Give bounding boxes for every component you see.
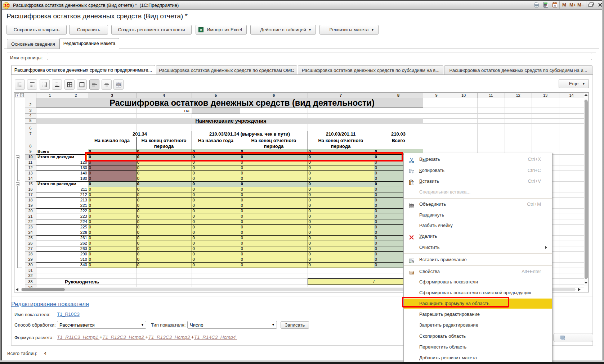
svg-text:На конец отчетного: На конец отчетного — [251, 138, 296, 143]
svg-text:3: 3 — [29, 108, 31, 113]
svg-text:0: 0 — [89, 219, 91, 224]
svg-text:210.03/201.11: 210.03/201.11 — [326, 131, 355, 137]
svg-text:0: 0 — [89, 171, 91, 175]
svg-text:10: 10 — [28, 155, 32, 159]
svg-text:22: 22 — [28, 219, 32, 224]
svg-text:0: 0 — [89, 214, 91, 218]
svg-text:5: 5 — [215, 93, 217, 97]
svg-text:0: 0 — [309, 214, 311, 218]
svg-text:16: 16 — [28, 187, 32, 191]
svg-text:4: 4 — [29, 113, 31, 118]
svg-text:0: 0 — [137, 203, 139, 208]
svg-text:0: 0 — [241, 209, 243, 213]
svg-text:0: 0 — [137, 214, 139, 218]
svg-text:Всего: Всего — [392, 138, 405, 143]
svg-text:0: 0 — [241, 230, 243, 235]
svg-text:210.03/201.34 (выручка, чек в: 210.03/201.34 (выручка, чек в пути) — [209, 131, 290, 137]
svg-text:5: 5 — [29, 118, 31, 123]
svg-text:0: 0 — [241, 187, 243, 191]
svg-text:0: 0 — [241, 219, 243, 224]
svg-text:0: 0 — [375, 219, 377, 224]
svg-text:4: 4 — [163, 93, 165, 97]
svg-text:0: 0 — [241, 176, 243, 181]
svg-text:29: 29 — [28, 257, 32, 261]
svg-text:15: 15 — [28, 182, 32, 186]
svg-text:223: 223 — [80, 214, 87, 218]
svg-text:НАН: НАН — [410, 204, 414, 206]
svg-text:Всего: Всего — [37, 149, 49, 154]
svg-text:0: 0 — [137, 182, 139, 186]
svg-text:0: 0 — [241, 252, 243, 256]
svg-text:0: 0 — [89, 182, 91, 186]
svg-text:13: 13 — [28, 171, 32, 175]
svg-text:0: 0 — [193, 214, 195, 218]
svg-text:0: 0 — [193, 241, 195, 245]
svg-text:0: 0 — [137, 236, 139, 240]
svg-text:9: 9 — [29, 149, 31, 154]
svg-text:На начало года: На начало года — [94, 138, 130, 143]
svg-text:1: 1 — [17, 94, 18, 97]
svg-text:21: 21 — [28, 214, 32, 218]
svg-text:0: 0 — [309, 187, 311, 191]
svg-text:210.03: 210.03 — [391, 131, 406, 137]
svg-text:26: 26 — [28, 241, 32, 245]
svg-text:0: 0 — [193, 203, 195, 208]
svg-text:0: 0 — [309, 230, 311, 235]
svg-text:0: 0 — [193, 192, 195, 197]
svg-text:R: R — [412, 259, 414, 261]
svg-text:0: 0 — [89, 263, 91, 267]
svg-text:X: X — [200, 28, 202, 32]
svg-text:0: 0 — [137, 176, 139, 181]
svg-text:На конец отчетного: На конец отчетного — [141, 138, 186, 143]
svg-text:0: 0 — [89, 230, 91, 235]
svg-text:0: 0 — [193, 209, 195, 213]
svg-text:0: 0 — [375, 225, 377, 229]
svg-text:На конец отчетного: На конец отчетного — [318, 138, 363, 143]
svg-text:0: 0 — [309, 263, 311, 267]
svg-text:7: 7 — [29, 132, 31, 136]
svg-text:0: 0 — [89, 241, 91, 245]
svg-text:31: 31 — [28, 268, 32, 272]
svg-text:0: 0 — [241, 246, 243, 251]
svg-text:0: 0 — [137, 165, 139, 170]
svg-text:23: 23 — [28, 225, 32, 229]
svg-text:0: 0 — [89, 257, 91, 261]
svg-text:0: 0 — [89, 246, 91, 251]
svg-text:11: 11 — [489, 93, 493, 97]
svg-text:2: 2 — [75, 93, 77, 97]
svg-text:140: 140 — [80, 171, 87, 175]
svg-text:0: 0 — [137, 252, 139, 256]
svg-text:0: 0 — [193, 230, 195, 235]
svg-text:Итого по расходам: Итого по расходам — [37, 182, 76, 186]
svg-text:0: 0 — [309, 209, 311, 213]
svg-text:225: 225 — [80, 225, 87, 229]
svg-text:222: 222 — [80, 209, 87, 213]
svg-text:0: 0 — [193, 198, 195, 202]
svg-text:0: 0 — [309, 241, 311, 245]
svg-text:0: 0 — [375, 155, 377, 159]
svg-text:0: 0 — [309, 182, 311, 186]
svg-text:213: 213 — [80, 198, 87, 202]
svg-text:31: 31 — [554, 4, 556, 7]
svg-text:211: 211 — [81, 187, 87, 191]
svg-text:0: 0 — [241, 165, 243, 170]
svg-text:0: 0 — [89, 155, 91, 159]
svg-text:0: 0 — [137, 219, 139, 224]
svg-text:0: 0 — [309, 171, 311, 175]
svg-text:0: 0 — [375, 252, 377, 256]
svg-text:Наименование учреждения: Наименование учреждения — [195, 118, 266, 124]
svg-text:0: 0 — [241, 182, 243, 186]
svg-text:0: 0 — [375, 230, 377, 235]
svg-text:0: 0 — [375, 187, 377, 191]
svg-text:0: 0 — [241, 236, 243, 240]
svg-text:12: 12 — [28, 165, 32, 170]
svg-text:263: 263 — [80, 246, 87, 251]
svg-text:0: 0 — [193, 187, 195, 191]
svg-text:0: 0 — [241, 257, 243, 261]
svg-text:221: 221 — [80, 203, 87, 208]
svg-text:0: 0 — [193, 252, 195, 256]
svg-text:0: 0 — [375, 182, 377, 186]
svg-text:0: 0 — [137, 246, 139, 251]
svg-text:14: 14 — [28, 176, 32, 181]
svg-text:20: 20 — [28, 209, 32, 213]
